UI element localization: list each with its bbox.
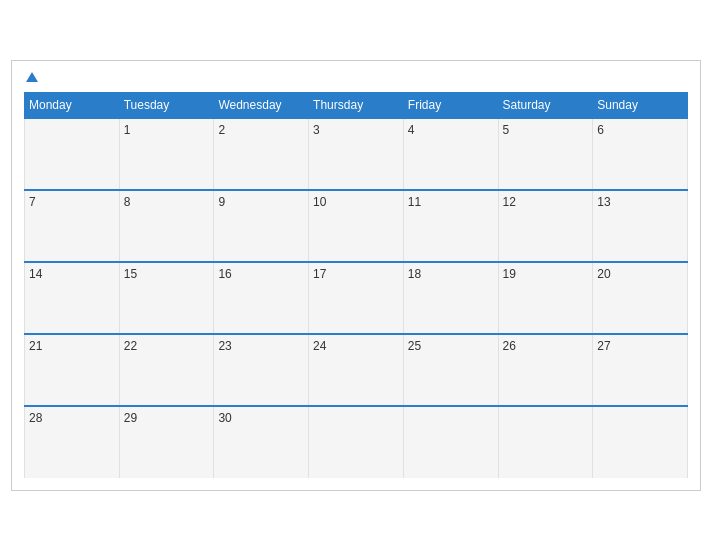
calendar-cell: 4 <box>403 118 498 190</box>
calendar-cell: 10 <box>309 190 404 262</box>
week-row-2: 78910111213 <box>25 190 688 262</box>
calendar-cell: 2 <box>214 118 309 190</box>
calendar-cell: 29 <box>119 406 214 478</box>
header <box>24 71 688 84</box>
calendar-cell: 30 <box>214 406 309 478</box>
day-number: 22 <box>124 339 137 353</box>
day-number: 14 <box>29 267 42 281</box>
calendar-cell: 20 <box>593 262 688 334</box>
day-number: 21 <box>29 339 42 353</box>
calendar-cell: 18 <box>403 262 498 334</box>
calendar-cell: 23 <box>214 334 309 406</box>
calendar-cell <box>498 406 593 478</box>
day-header-friday: Friday <box>403 92 498 118</box>
calendar-cell: 1 <box>119 118 214 190</box>
day-number: 18 <box>408 267 421 281</box>
calendar-cell: 19 <box>498 262 593 334</box>
day-number: 20 <box>597 267 610 281</box>
day-number: 4 <box>408 123 415 137</box>
calendar-cell: 9 <box>214 190 309 262</box>
calendar-cell <box>403 406 498 478</box>
logo <box>24 71 38 84</box>
calendar-cell: 6 <box>593 118 688 190</box>
calendar-cell <box>309 406 404 478</box>
day-number: 29 <box>124 411 137 425</box>
day-header-monday: Monday <box>25 92 120 118</box>
calendar-cell: 13 <box>593 190 688 262</box>
calendar-cell: 3 <box>309 118 404 190</box>
day-number: 11 <box>408 195 421 209</box>
day-number: 1 <box>124 123 131 137</box>
calendar-cell <box>593 406 688 478</box>
calendar-cell: 17 <box>309 262 404 334</box>
calendar-cell <box>25 118 120 190</box>
day-header-thursday: Thursday <box>309 92 404 118</box>
day-number: 30 <box>218 411 231 425</box>
day-number: 10 <box>313 195 326 209</box>
calendar-cell: 7 <box>25 190 120 262</box>
day-number: 28 <box>29 411 42 425</box>
calendar-cell: 12 <box>498 190 593 262</box>
calendar-cell: 8 <box>119 190 214 262</box>
day-number: 9 <box>218 195 225 209</box>
day-number: 23 <box>218 339 231 353</box>
week-row-3: 14151617181920 <box>25 262 688 334</box>
day-number: 26 <box>503 339 516 353</box>
calendar-cell: 28 <box>25 406 120 478</box>
day-number: 15 <box>124 267 137 281</box>
day-number: 8 <box>124 195 131 209</box>
day-header-sunday: Sunday <box>593 92 688 118</box>
calendar-cell: 15 <box>119 262 214 334</box>
calendar-cell: 16 <box>214 262 309 334</box>
day-header-wednesday: Wednesday <box>214 92 309 118</box>
day-number: 17 <box>313 267 326 281</box>
day-header-tuesday: Tuesday <box>119 92 214 118</box>
days-header-row: MondayTuesdayWednesdayThursdayFridaySatu… <box>25 92 688 118</box>
day-number: 27 <box>597 339 610 353</box>
calendar-cell: 14 <box>25 262 120 334</box>
day-number: 5 <box>503 123 510 137</box>
day-number: 19 <box>503 267 516 281</box>
day-number: 24 <box>313 339 326 353</box>
day-number: 2 <box>218 123 225 137</box>
calendar-cell: 22 <box>119 334 214 406</box>
day-number: 6 <box>597 123 604 137</box>
calendar-cell: 21 <box>25 334 120 406</box>
calendar-container: MondayTuesdayWednesdayThursdayFridaySatu… <box>11 60 701 491</box>
week-row-1: 123456 <box>25 118 688 190</box>
calendar-cell: 11 <box>403 190 498 262</box>
calendar-cell: 27 <box>593 334 688 406</box>
day-number: 16 <box>218 267 231 281</box>
calendar-table: MondayTuesdayWednesdayThursdayFridaySatu… <box>24 92 688 478</box>
day-number: 12 <box>503 195 516 209</box>
calendar-cell: 24 <box>309 334 404 406</box>
calendar-cell: 25 <box>403 334 498 406</box>
week-row-5: 282930 <box>25 406 688 478</box>
calendar-cell: 5 <box>498 118 593 190</box>
day-number: 25 <box>408 339 421 353</box>
day-number: 3 <box>313 123 320 137</box>
day-header-saturday: Saturday <box>498 92 593 118</box>
calendar-cell: 26 <box>498 334 593 406</box>
day-number: 7 <box>29 195 36 209</box>
day-number: 13 <box>597 195 610 209</box>
week-row-4: 21222324252627 <box>25 334 688 406</box>
logo-triangle-icon <box>26 72 38 82</box>
